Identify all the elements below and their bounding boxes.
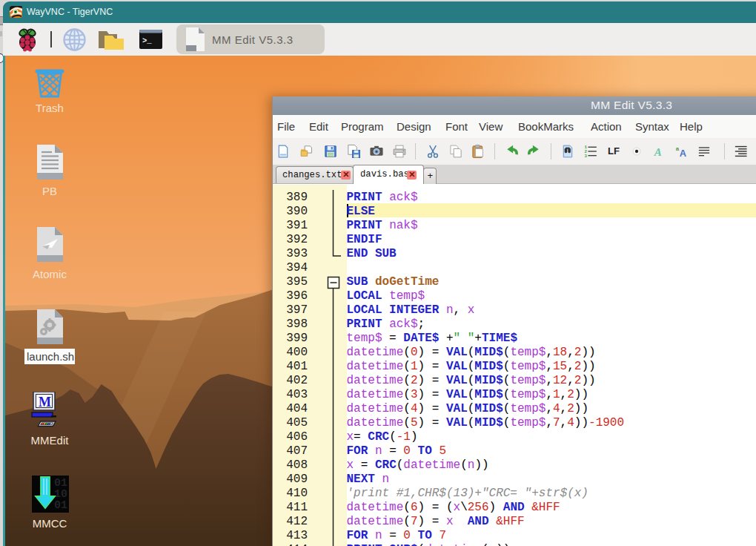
svg-text:a: a [676, 145, 680, 152]
svg-text:M: M [39, 395, 51, 410]
svg-text:A: A [654, 146, 662, 158]
svg-text:01: 01 [54, 499, 67, 512]
svg-text:>_: >_ [142, 36, 152, 45]
svg-text:A: A [680, 148, 686, 159]
svg-text:3: 3 [584, 154, 587, 159]
